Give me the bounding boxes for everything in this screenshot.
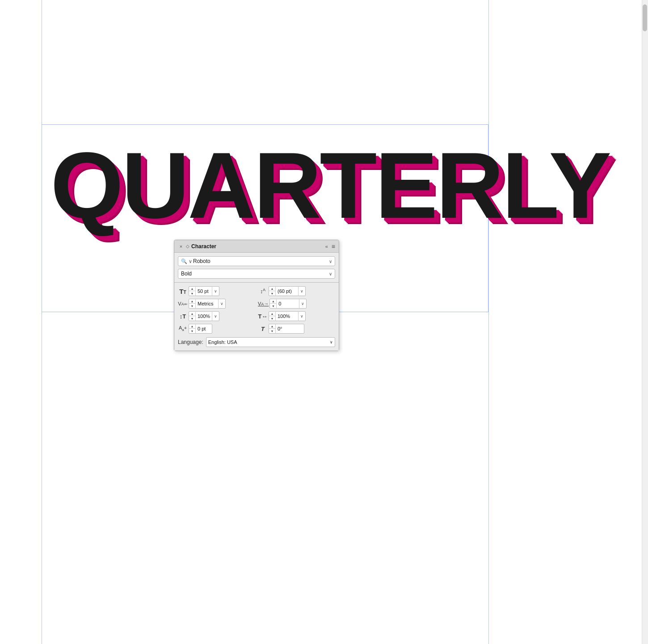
skew-spinbox[interactable]: ▲ ▼ 0°	[269, 324, 304, 334]
font-family-dropdown-icon[interactable]: ∨	[329, 259, 332, 264]
horiz-scale-down[interactable]: ▼	[269, 316, 275, 321]
scrollbar-track	[642, 0, 648, 644]
quarterly-heading: QUARTERLY	[42, 139, 610, 233]
vert-scale-arrows: ▲ ▼	[189, 312, 196, 321]
kerning-value: Metrics	[196, 301, 218, 306]
vert-scale-up[interactable]: ▲	[189, 312, 195, 316]
leading-icon: ↕A	[258, 288, 268, 295]
vert-scale-down[interactable]: ▼	[189, 316, 195, 321]
kerning-arrows: ▲ ▼	[189, 299, 196, 308]
panel-divider	[174, 282, 339, 283]
guide-line-left	[42, 0, 42, 644]
font-style-input[interactable]	[181, 271, 329, 277]
leading-group: ↕A ▲ ▼ (60 pt) ∨	[258, 286, 335, 296]
font-size-value: 50 pt	[196, 288, 212, 294]
font-size-icon: TT	[178, 288, 188, 295]
skew-down[interactable]: ▼	[269, 329, 275, 333]
font-size-down[interactable]: ▼	[189, 291, 195, 296]
leading-arrows: ▲ ▼	[269, 287, 276, 296]
vert-scale-dropdown[interactable]: ∨	[212, 312, 219, 321]
panel-body: 🔍 ∨ ∨ ∨ TT ▲ ▼ 50 pt ∨	[174, 253, 339, 351]
panel-menu-button[interactable]: ≡	[332, 243, 335, 250]
language-select[interactable]: English: USA ∨	[206, 337, 335, 347]
horiz-scale-spinbox[interactable]: ▲ ▼ 100% ∨	[269, 311, 306, 321]
language-dropdown-icon: ∨	[330, 340, 333, 344]
horiz-scale-arrows: ▲ ▼	[269, 312, 276, 321]
vert-scale-icon: ↕T	[178, 313, 188, 320]
leading-down[interactable]: ▼	[269, 291, 275, 296]
skew-icon: T	[258, 326, 268, 332]
kerning-group: VA⇐ ▲ ▼ Metrics ∨	[178, 299, 255, 309]
font-family-row: 🔍 ∨ ∨	[178, 256, 335, 266]
tracking-spinbox[interactable]: ▲ ▼ 0 ∨	[269, 299, 307, 309]
tracking-group: VA→ ▲ ▼ 0 ∨	[258, 299, 335, 309]
panel-diamond-icon: ◇	[186, 244, 189, 249]
font-size-dropdown[interactable]: ∨	[212, 287, 219, 296]
vert-scale-spinbox[interactable]: ▲ ▼ 100% ∨	[189, 311, 219, 321]
kerning-up[interactable]: ▲	[189, 299, 195, 304]
leading-dropdown[interactable]: ∨	[298, 287, 305, 296]
baseline-shift-group: Aa+ ▲ ▼ 0 pt	[178, 324, 255, 334]
font-family-input[interactable]	[193, 258, 329, 264]
character-panel: × ◇ Character « ≡ 🔍 ∨ ∨ ∨ TT	[174, 240, 339, 351]
panel-title-left: × ◇ Character	[178, 243, 216, 250]
scrollbar-thumb[interactable]	[643, 4, 647, 31]
tracking-value: 0	[277, 301, 299, 306]
language-row: Language: English: USA ∨	[178, 337, 335, 347]
font-browse-icon: ∨	[189, 258, 192, 264]
tracking-arrows: ▲ ▼	[270, 299, 277, 308]
baseline-up[interactable]: ▲	[189, 324, 195, 329]
horiz-scale-group: T↔ ▲ ▼ 100% ∨	[258, 311, 335, 321]
baseline-down[interactable]: ▼	[189, 329, 195, 333]
tracking-dropdown[interactable]: ∨	[299, 299, 306, 308]
font-size-arrows: ▲ ▼	[189, 287, 196, 296]
tracking-icon: VA→	[258, 301, 269, 306]
horiz-scale-value: 100%	[276, 314, 298, 319]
vert-scale-value: 100%	[196, 314, 212, 319]
font-search-icon: 🔍	[181, 258, 187, 264]
tracking-down[interactable]: ▼	[270, 304, 276, 308]
kerning-tracking-row: VA⇐ ▲ ▼ Metrics ∨ VA→ ▲ ▼	[178, 299, 335, 309]
guide-line-right	[488, 0, 489, 644]
font-size-spinbox[interactable]: ▲ ▼ 50 pt ∨	[189, 286, 219, 296]
skew-arrows: ▲ ▼	[269, 324, 276, 333]
language-label: Language:	[178, 339, 203, 345]
kerning-icon: VA⇐	[178, 301, 188, 306]
scale-row: ↕T ▲ ▼ 100% ∨ T↔ ▲ ▼	[178, 311, 335, 321]
skew-up[interactable]: ▲	[269, 324, 275, 329]
vert-scale-group: ↕T ▲ ▼ 100% ∨	[178, 311, 255, 321]
leading-up[interactable]: ▲	[269, 287, 275, 291]
tracking-up[interactable]: ▲	[270, 299, 276, 304]
font-size-leading-row: TT ▲ ▼ 50 pt ∨ ↕A ▲ ▼	[178, 286, 335, 296]
kerning-dropdown[interactable]: ∨	[218, 299, 225, 308]
horiz-scale-dropdown[interactable]: ∨	[298, 312, 305, 321]
baseline-spinbox[interactable]: ▲ ▼ 0 pt	[189, 324, 212, 334]
font-size-group: TT ▲ ▼ 50 pt ∨	[178, 286, 255, 296]
baseline-arrows: ▲ ▼	[189, 324, 196, 333]
baseline-shift-icon: Aa+	[178, 325, 188, 332]
leading-value: (60 pt)	[276, 288, 298, 294]
skew-group: T ▲ ▼ 0°	[258, 324, 335, 334]
font-style-dropdown-icon[interactable]: ∨	[329, 271, 332, 276]
font-size-up[interactable]: ▲	[189, 287, 195, 291]
horiz-scale-icon: T↔	[258, 313, 268, 320]
panel-close-button[interactable]: ×	[178, 243, 184, 250]
font-style-row: ∨	[178, 269, 335, 279]
panel-title-right: « ≡	[325, 243, 335, 250]
panel-title: Character	[191, 243, 216, 250]
baseline-skew-row: Aa+ ▲ ▼ 0 pt T ▲ ▼ 0°	[178, 324, 335, 334]
leading-spinbox[interactable]: ▲ ▼ (60 pt) ∨	[269, 286, 306, 296]
kerning-spinbox[interactable]: ▲ ▼ Metrics ∨	[189, 299, 226, 309]
kerning-down[interactable]: ▼	[189, 304, 195, 308]
skew-value: 0°	[276, 326, 298, 331]
horiz-scale-up[interactable]: ▲	[269, 312, 275, 316]
baseline-value: 0 pt	[196, 326, 212, 331]
panel-collapse-button[interactable]: «	[325, 244, 328, 249]
panel-titlebar: × ◇ Character « ≡	[174, 240, 339, 253]
language-value: English: USA	[208, 339, 237, 345]
